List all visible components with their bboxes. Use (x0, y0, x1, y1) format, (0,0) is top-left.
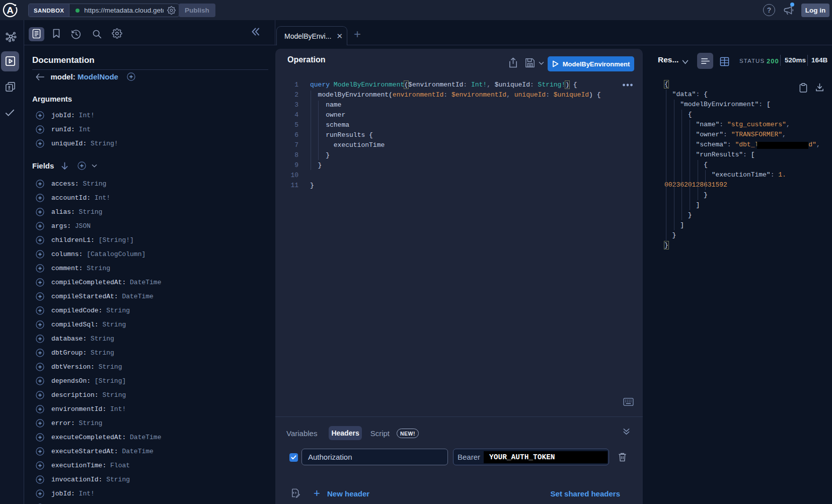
svg-text:A: A (7, 5, 14, 16)
